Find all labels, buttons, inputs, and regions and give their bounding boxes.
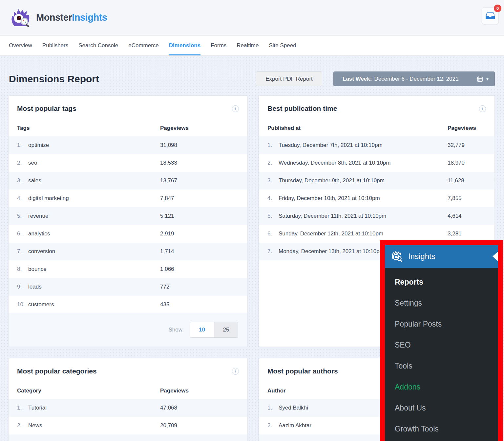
- column-header-pageviews: Pageviews: [448, 125, 494, 131]
- table-row: 5.revenue5,121: [9, 207, 247, 225]
- categories-table: 1.Tutorial47,068 2.News20,709 3.Product …: [9, 399, 247, 441]
- table-row: 6.analytics2,919: [9, 225, 247, 243]
- table-header: Published at Pageviews: [259, 120, 494, 136]
- column-header-tags: Tags: [9, 125, 160, 131]
- export-pdf-button[interactable]: Export PDF Report: [256, 71, 322, 86]
- tab-realtime[interactable]: Realtime: [237, 36, 259, 55]
- pageviews-value: 20,709: [160, 422, 247, 429]
- table-row: 2.seo18,533: [9, 154, 247, 172]
- table-row: 2.Wednesday, December 8th, 2021 at 10:10…: [259, 154, 494, 172]
- row-rank: 2.: [267, 160, 279, 166]
- row-rank: 1.: [17, 405, 28, 411]
- tag-name: seo: [28, 160, 37, 166]
- table-row: 2.News20,709: [9, 417, 247, 434]
- pageviews-value: 18,970: [448, 160, 494, 166]
- publish-time: Tuesday, December 7th, 2021 at 10:10pm: [279, 142, 383, 148]
- pageviews-value: 11,628: [448, 177, 494, 184]
- tab-overview[interactable]: Overview: [9, 36, 32, 55]
- column-header-published-at: Published at: [259, 125, 448, 131]
- tag-name: analytics: [28, 231, 50, 237]
- calendar-icon: [477, 76, 483, 82]
- tag-name: conversion: [28, 248, 55, 254]
- publish-time: Sunday, December 12th, 2021 at 10:10pm: [279, 231, 383, 237]
- category-name: News: [28, 422, 42, 429]
- publish-time: Monday, December 13th, 2021 at 10:10pm: [279, 248, 384, 254]
- row-rank: 6.: [17, 231, 28, 237]
- card-title: Most popular categories: [17, 367, 97, 375]
- tag-name: customers: [28, 301, 54, 308]
- row-rank: 1.: [17, 142, 28, 149]
- card-title: Most popular tags: [17, 105, 76, 112]
- pageviews-value: 5,121: [160, 213, 247, 219]
- wp-insights-menu-header[interactable]: Insights: [385, 245, 498, 268]
- table-row: 3.Product Guide9,110: [9, 434, 247, 441]
- menu-item-addons[interactable]: Addons: [395, 383, 498, 391]
- card-title: Most popular authors: [267, 367, 338, 375]
- menu-item-about-us[interactable]: About Us: [395, 404, 498, 412]
- menu-item-reports[interactable]: Reports: [395, 278, 498, 287]
- notifications-button[interactable]: 0: [482, 7, 499, 24]
- column-header-pageviews: Pageviews: [160, 125, 247, 131]
- menu-item-growth-tools[interactable]: Growth Tools: [395, 425, 498, 433]
- menu-item-settings[interactable]: Settings: [395, 299, 498, 308]
- tab-publishers[interactable]: Publishers: [42, 36, 68, 55]
- author-name: Syed Balkhi: [279, 405, 308, 411]
- table-row: 4.Friday, December 10th, 2021 at 10:10pm…: [259, 190, 494, 207]
- table-row: 1.Tuesday, December 7th, 2021 at 10:10pm…: [259, 136, 494, 154]
- info-circle-icon[interactable]: i: [479, 105, 486, 112]
- column-header-category: Category: [9, 388, 160, 394]
- menu-item-tools[interactable]: Tools: [395, 362, 498, 371]
- wp-menu-brand: Insights: [408, 252, 435, 261]
- inbox-tray-icon: [485, 12, 495, 20]
- pageviews-value: 4,614: [448, 213, 494, 219]
- menu-item-popular-posts[interactable]: Popular Posts: [395, 320, 498, 329]
- publish-time: Saturday, December 11th, 2021 at 10:10pm: [279, 213, 386, 219]
- row-rank: 9.: [17, 284, 28, 290]
- monster-outline-icon: [390, 250, 404, 263]
- table-row: 5.Saturday, December 11th, 2021 at 10:10…: [259, 207, 494, 225]
- page-title: Dimensions Report: [9, 73, 99, 85]
- card-most-popular-categories: Most popular categories i Category Pagev…: [8, 358, 248, 441]
- row-rank: 8.: [17, 266, 28, 272]
- column-header-pageviews: Pageviews: [160, 388, 247, 394]
- category-name: Tutorial: [28, 405, 47, 411]
- tab-site-speed[interactable]: Site Speed: [269, 36, 296, 55]
- table-header: Category Pageviews: [9, 383, 247, 399]
- tab-dimensions[interactable]: Dimensions: [169, 36, 200, 55]
- row-rank: 2.: [17, 422, 28, 429]
- tag-name: sales: [28, 177, 41, 184]
- table-row: 8.bounce1,066: [9, 260, 247, 278]
- pageviews-value: 435: [160, 301, 247, 308]
- row-rank: 2.: [267, 422, 279, 429]
- publish-time: Thursday, December 9th, 2021 at 10:10pm: [279, 177, 385, 184]
- wp-insights-submenu: Reports Settings Popular Posts SEO Tools…: [385, 268, 498, 441]
- menu-item-seo[interactable]: SEO: [395, 341, 498, 350]
- tab-forms[interactable]: Forms: [211, 36, 226, 55]
- row-rank: 1.: [267, 405, 279, 411]
- page-size-25[interactable]: 25: [214, 322, 238, 337]
- wp-admin-menu-highlight: Insights Reports Settings Popular Posts …: [380, 240, 503, 441]
- table-row: 4.digital marketing7,847: [9, 190, 247, 207]
- date-range-picker[interactable]: Last Week: December 6 - December 12, 202…: [333, 71, 495, 86]
- date-range-label: Last Week:: [343, 76, 372, 82]
- table-pagination: Show 10 25: [9, 313, 247, 347]
- tab-search-console[interactable]: Search Console: [78, 36, 118, 55]
- caret-down-icon: ▼: [486, 77, 489, 81]
- pageviews-value: 1,066: [160, 266, 247, 272]
- pageviews-value: 7,847: [160, 195, 247, 202]
- date-range-value: December 6 - December 12, 2021: [374, 76, 458, 82]
- row-rank: 2.: [17, 160, 28, 166]
- info-circle-icon[interactable]: i: [232, 105, 239, 112]
- page-size-toggle: 10 25: [190, 322, 238, 338]
- pageviews-value: 32,779: [448, 142, 494, 149]
- pageviews-value: 7,855: [448, 195, 494, 202]
- collapse-arrow-icon[interactable]: [493, 251, 498, 261]
- row-rank: 3.: [17, 177, 28, 184]
- pageviews-value: 31,098: [160, 142, 247, 149]
- tab-ecommerce[interactable]: eCommerce: [128, 36, 159, 55]
- info-circle-icon[interactable]: i: [232, 368, 239, 375]
- card-title: Best publication time: [267, 105, 337, 112]
- page-size-10[interactable]: 10: [190, 322, 214, 337]
- row-rank: 4.: [267, 195, 279, 202]
- table-row: 7.conversion1,714: [9, 243, 247, 260]
